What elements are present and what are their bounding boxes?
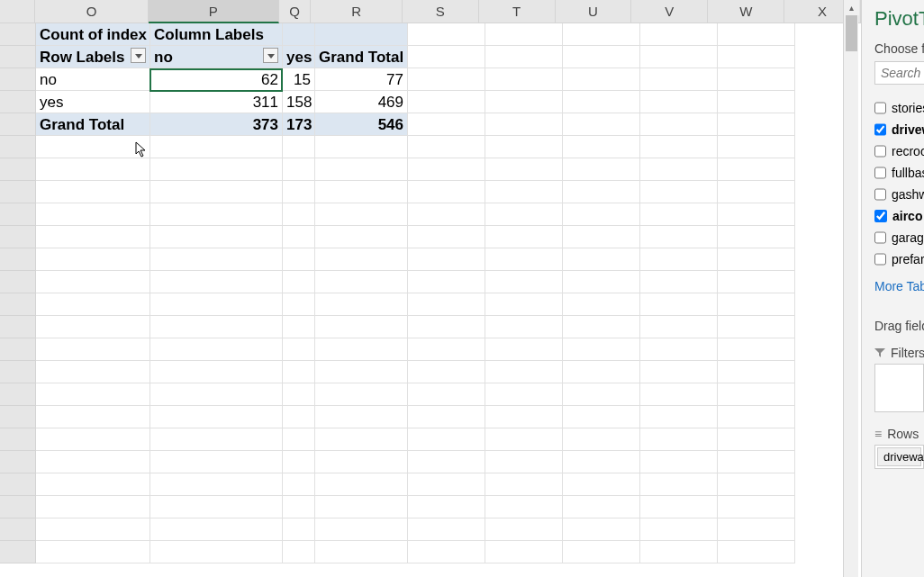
empty-cell[interactable] [315,248,408,271]
empty-cell[interactable] [563,113,640,136]
empty-cell[interactable] [563,181,640,203]
empty-cell[interactable] [718,113,795,136]
filters-area[interactable]: Filters [874,346,924,412]
empty-cell[interactable] [640,496,718,518]
row-header[interactable] [0,23,36,46]
empty-cell[interactable] [563,428,640,451]
empty-cell[interactable] [36,158,150,181]
col-header-P[interactable]: P [149,0,279,23]
empty-cell[interactable] [36,136,150,158]
empty-cell[interactable] [408,338,485,361]
empty-cell[interactable] [408,203,485,226]
empty-cell[interactable] [718,383,795,406]
row-header[interactable] [0,338,36,361]
empty-cell[interactable] [36,451,150,473]
empty-cell[interactable] [150,248,283,271]
empty-cell[interactable] [315,338,408,361]
empty-cell[interactable] [408,158,485,181]
row-header[interactable] [0,158,36,181]
empty-cell[interactable] [150,226,283,248]
empty-cell[interactable] [36,361,150,383]
empty-cell[interactable] [640,46,718,68]
row-header[interactable] [0,541,36,563]
empty-cell[interactable] [485,293,563,316]
empty-cell[interactable] [408,361,485,383]
pivot-row-label[interactable]: no [36,68,150,91]
empty-cell[interactable] [315,136,408,158]
empty-cell[interactable] [150,451,283,473]
rows-area[interactable]: ≡ Rows driveway ▾ [874,427,924,469]
spreadsheet-grid[interactable]: O P Q R S T U V W X Count of index Colum… [0,0,861,577]
pivot-value[interactable]: 158 [283,91,315,113]
empty-cell[interactable] [36,203,150,226]
empty-cell[interactable] [563,473,640,496]
empty-cell[interactable] [485,428,563,451]
empty-cell[interactable] [315,226,408,248]
row-header[interactable] [0,46,36,68]
empty-cell[interactable] [485,541,563,563]
empty-cell[interactable] [150,383,283,406]
empty-cell[interactable] [718,451,795,473]
col-header-W[interactable]: W [708,0,784,23]
empty-cell[interactable] [485,203,563,226]
pivot-measure-label[interactable]: Count of index [36,23,150,46]
empty-cell[interactable] [150,293,283,316]
empty-cell[interactable] [408,451,485,473]
row-header[interactable] [0,428,36,451]
empty-cell[interactable] [640,226,718,248]
empty-cell[interactable] [718,406,795,428]
field-prefarea[interactable]: prefarea [874,248,924,270]
empty-cell[interactable] [283,383,315,406]
field-checkbox[interactable] [874,167,886,179]
empty-cell[interactable] [640,136,718,158]
empty-cell[interactable] [36,428,150,451]
empty-cell[interactable] [408,383,485,406]
empty-cell[interactable] [283,428,315,451]
row-header[interactable] [0,68,36,91]
empty-cell[interactable] [485,451,563,473]
pivot-row-total[interactable]: 77 [315,68,408,91]
row-header[interactable] [0,248,36,271]
empty-cell[interactable] [485,226,563,248]
empty-cell[interactable] [640,428,718,451]
empty-cell[interactable] [36,226,150,248]
empty-cell[interactable] [315,406,408,428]
empty-cell[interactable] [36,383,150,406]
empty-cell[interactable] [640,113,718,136]
empty-cell[interactable] [315,541,408,563]
empty-cell[interactable] [315,451,408,473]
empty-cell[interactable] [485,23,563,46]
empty-cell[interactable] [36,496,150,518]
row-header[interactable] [0,293,36,316]
empty-cell[interactable] [485,518,563,541]
empty-cell[interactable] [563,451,640,473]
empty-cell[interactable] [36,541,150,563]
empty-cell[interactable] [718,496,795,518]
pivot-header-empty[interactable] [315,23,408,46]
empty-cell[interactable] [485,383,563,406]
empty-cell[interactable] [150,271,283,293]
empty-cell[interactable] [563,158,640,181]
empty-cell[interactable] [563,136,640,158]
empty-cell[interactable] [485,158,563,181]
empty-cell[interactable] [485,46,563,68]
col-header-O[interactable]: O [35,0,148,23]
field-airco[interactable]: airco [874,205,924,227]
empty-cell[interactable] [718,541,795,563]
empty-cell[interactable] [640,338,718,361]
empty-cell[interactable] [718,203,795,226]
empty-cell[interactable] [150,473,283,496]
empty-cell[interactable] [36,518,150,541]
row-header[interactable] [0,181,36,203]
row-header[interactable] [0,316,36,338]
empty-cell[interactable] [283,181,315,203]
empty-cell[interactable] [408,406,485,428]
field-driveway[interactable]: driveway [874,119,924,140]
pivot-col-header-gt[interactable]: Grand Total [315,46,408,68]
empty-cell[interactable] [563,496,640,518]
field-gashw[interactable]: gashw [874,184,924,205]
select-all-corner[interactable] [0,0,35,23]
empty-cell[interactable] [563,91,640,113]
field-checkbox[interactable] [874,102,886,114]
row-header[interactable] [0,496,36,518]
